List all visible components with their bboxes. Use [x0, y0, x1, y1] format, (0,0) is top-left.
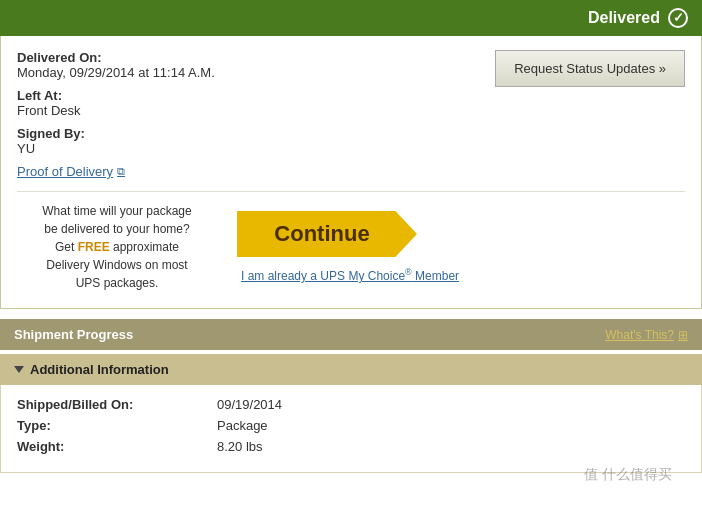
promo-line1: What time will your package — [42, 204, 191, 218]
additional-details: Shipped/Billed On: 09/19/2014 Type: Pack… — [0, 385, 702, 473]
proof-of-delivery-link[interactable]: Proof of Delivery ⧉ — [17, 164, 125, 179]
promo-line5: Delivery Windows on most — [46, 258, 187, 272]
continue-button[interactable]: Continue — [237, 211, 417, 257]
request-status-button[interactable]: Request Status Updates » — [495, 50, 685, 87]
delivered-on-row: Delivered On: Monday, 09/29/2014 at 11:1… — [17, 50, 495, 80]
shipped-billed-label: Shipped/Billed On: — [17, 397, 217, 412]
proof-of-delivery-row: Proof of Delivery ⧉ — [17, 164, 495, 179]
promo-line2: be delivered to your home? — [44, 222, 189, 236]
left-at-row: Left At: Front Desk — [17, 88, 495, 118]
whats-this-link[interactable]: What's This? ⊞ — [605, 328, 688, 342]
continue-area: Continue I am already a UPS My Choice® M… — [217, 211, 685, 283]
promo-free: FREE — [78, 240, 110, 254]
shipment-progress-label: Shipment Progress — [14, 327, 133, 342]
delivery-info: Delivered On: Monday, 09/29/2014 at 11:1… — [17, 50, 495, 179]
type-label: Type: — [17, 418, 217, 433]
weight-label: Weight: — [17, 439, 217, 454]
whats-this-icon: ⊞ — [678, 328, 688, 342]
member-link[interactable]: I am already a UPS My Choice® Member — [241, 269, 459, 283]
shipment-progress-bar: Shipment Progress What's This? ⊞ — [0, 319, 702, 350]
status-label: Delivered — [588, 9, 660, 27]
delivery-section: Delivered On: Monday, 09/29/2014 at 11:1… — [0, 36, 702, 309]
weight-row: Weight: 8.20 lbs — [17, 439, 685, 454]
type-row: Type: Package — [17, 418, 685, 433]
check-icon: ✓ — [668, 8, 688, 28]
signed-by-label: Signed By: — [17, 126, 495, 141]
signed-by-value: YU — [17, 141, 495, 156]
signed-by-row: Signed By: YU — [17, 126, 495, 156]
promo-text: What time will your package be delivered… — [17, 202, 217, 292]
additional-info-bar[interactable]: Additional Information — [0, 354, 702, 385]
promo-get: Get — [55, 240, 78, 254]
delivered-on-value: Monday, 09/29/2014 at 11:14 A.M. — [17, 65, 495, 80]
left-at-label: Left At: — [17, 88, 495, 103]
promo-line6: UPS packages. — [76, 276, 159, 290]
shipped-billed-row: Shipped/Billed On: 09/19/2014 — [17, 397, 685, 412]
external-link-icon: ⧉ — [117, 165, 125, 178]
promo-approximate: approximate — [110, 240, 179, 254]
left-at-value: Front Desk — [17, 103, 495, 118]
weight-value: 8.20 lbs — [217, 439, 263, 454]
request-status-container: Request Status Updates » — [495, 50, 685, 87]
promo-section: What time will your package be delivered… — [17, 191, 685, 292]
member-link-container: I am already a UPS My Choice® Member — [237, 267, 459, 283]
type-value: Package — [217, 418, 268, 433]
delivered-on-label: Delivered On: — [17, 50, 495, 65]
status-header: Delivered ✓ — [0, 0, 702, 36]
collapse-icon — [14, 366, 24, 373]
shipped-billed-value: 09/19/2014 — [217, 397, 282, 412]
additional-info-label: Additional Information — [30, 362, 169, 377]
delivery-top: Delivered On: Monday, 09/29/2014 at 11:1… — [17, 50, 685, 179]
